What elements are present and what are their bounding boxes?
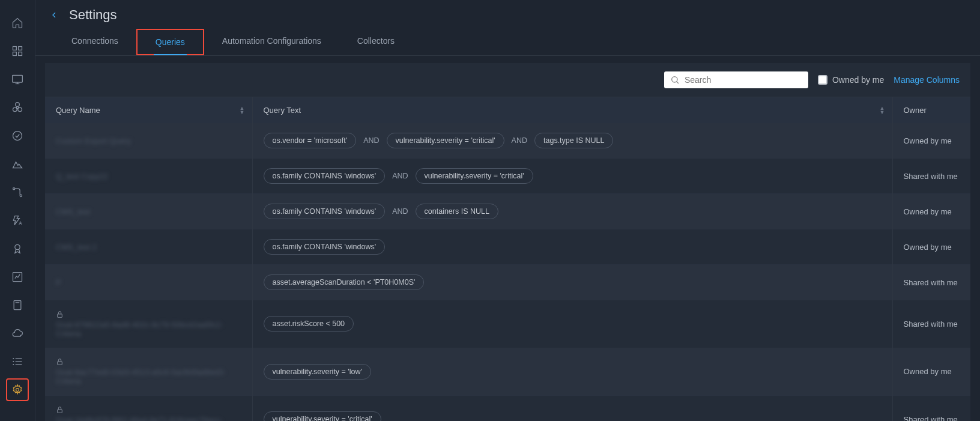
col-header-name[interactable]: Query Name ▲▼: [45, 97, 252, 123]
cell-query-name: P: [45, 265, 252, 300]
back-button[interactable]: [47, 8, 61, 22]
svg-point-30: [13, 364, 14, 365]
cell-query-name: Custom Export Query: [45, 123, 252, 159]
nav-dashboard[interactable]: [0, 37, 35, 65]
cell-query-name: CMS_test 2: [45, 229, 252, 265]
cell-owner: Shared with me: [892, 300, 970, 348]
svg-point-11: [13, 131, 22, 140]
nav-mountain[interactable]: [0, 150, 35, 178]
queries-table: Query Name ▲▼ Query Text ▲▼ Owner Custom…: [45, 97, 970, 421]
query-operator: AND: [391, 207, 409, 216]
svg-point-8: [16, 102, 20, 106]
svg-point-31: [16, 388, 19, 391]
col-header-text[interactable]: Query Text ▲▼: [252, 97, 892, 123]
svg-point-28: [13, 358, 14, 359]
calculator-icon: [11, 299, 23, 311]
svg-point-12: [13, 187, 15, 189]
svg-rect-1: [19, 46, 22, 50]
tab-automation-configurations[interactable]: Automation Configurations: [204, 29, 339, 55]
content-area: Owned by me Manage Columns Query Name ▲▼…: [35, 56, 980, 421]
svg-line-33: [677, 82, 679, 83]
query-condition-pill: tags.type IS NULL: [534, 133, 613, 148]
svg-rect-0: [13, 46, 17, 50]
search-box[interactable]: [664, 71, 808, 88]
cell-query-text: asset.riskScore < 500: [252, 300, 892, 348]
cell-owner: Shared with me: [892, 396, 970, 421]
nav-chart[interactable]: [0, 262, 35, 291]
cell-query-name: CMS_test: [45, 194, 252, 229]
tabs-bar: ConnectionsQueriesAutomation Configurati…: [35, 29, 980, 56]
tab-connections[interactable]: Connections: [53, 29, 136, 55]
table-row[interactable]: CMS_test 2os.family CONTAINS 'windows'Ow…: [45, 229, 970, 265]
svg-rect-34: [58, 314, 62, 317]
nav-monitor[interactable]: [0, 65, 35, 93]
nav-calculator[interactable]: [0, 291, 35, 319]
table-row[interactable]: Custom Export Queryos.vendor = 'microsof…: [45, 123, 970, 159]
nav-biohazard[interactable]: [0, 93, 35, 121]
owned-by-me-checkbox[interactable]: Owned by me: [818, 75, 884, 85]
main-content: Settings ConnectionsQueriesAutomation Co…: [35, 0, 980, 421]
table-row[interactable]: Passet.averageScanDuration < 'PT0H0M0S'S…: [45, 265, 970, 300]
monitor-icon: [11, 73, 23, 85]
cell-query-text: os.family CONTAINS 'windows'ANDcontainer…: [252, 194, 892, 229]
biohazard-icon: [11, 101, 23, 114]
query-condition-pill: vulnerability.severity = 'critical': [264, 411, 381, 421]
lightning-a-icon: A: [11, 214, 23, 226]
svg-text:A: A: [19, 220, 22, 225]
query-pills: os.vendor = 'microsoft'ANDvulnerability.…: [264, 133, 882, 148]
cell-query-name: Q_test Copy22: [45, 159, 252, 194]
nav-badge[interactable]: [0, 234, 35, 262]
query-condition-pill: asset.riskScore < 500: [264, 316, 354, 332]
cell-query-name: Goal-879622a5-8ad6-402c-8c79-50bcd2aa5fc…: [45, 300, 252, 348]
nav-home[interactable]: [0, 8, 35, 37]
svg-rect-3: [19, 52, 22, 55]
svg-point-9: [13, 108, 17, 112]
search-icon: [670, 75, 680, 85]
cell-owner: Owned by me: [892, 123, 970, 159]
tab-queries[interactable]: Queries: [136, 29, 204, 55]
nav-check[interactable]: [0, 121, 35, 150]
chart-icon: [11, 271, 23, 283]
query-condition-pill: vulnerability.severity = 'critical': [416, 168, 533, 184]
badge-icon: [11, 243, 23, 255]
query-pills: asset.riskScore < 500: [264, 316, 882, 332]
cell-query-text: vulnerability.severity = 'low': [252, 348, 892, 396]
query-condition-pill: containers IS NULL: [416, 204, 498, 219]
table-row[interactable]: Q_test Copy22os.family CONTAINS 'windows…: [45, 159, 970, 194]
query-pills: os.family CONTAINS 'windows'ANDcontainer…: [264, 204, 882, 219]
cell-query-name: Goal-1bd8c978-f962-48a4-8e71-816ceec78ac…: [45, 396, 252, 421]
owned-by-me-label: Owned by me: [832, 75, 884, 85]
tab-collectors[interactable]: Collectors: [339, 29, 413, 55]
list-icon: [11, 356, 23, 368]
search-input[interactable]: [685, 75, 802, 85]
col-header-owner[interactable]: Owner: [892, 97, 970, 123]
query-condition-pill: vulnerability.severity = 'low': [264, 364, 371, 380]
home-icon: [11, 17, 23, 29]
lock-icon: [56, 358, 64, 368]
query-name-text: Custom Export Query: [56, 136, 131, 145]
svg-point-13: [20, 195, 22, 196]
table-row[interactable]: Goal-8ac77ed0-03d3-4513-a5c6-5acfb0fad8e…: [45, 348, 970, 396]
nav-settings[interactable]: [0, 375, 35, 404]
nav-cloud[interactable]: [0, 319, 35, 347]
cell-query-name: Goal-8ac77ed0-03d3-4513-a5c6-5acfb0fad8e…: [45, 348, 252, 396]
query-condition-pill: asset.averageScanDuration < 'PT0H0M0S': [264, 274, 425, 290]
manage-columns-link[interactable]: Manage Columns: [894, 75, 960, 85]
query-name-text: Goal-1bd8c978-f962-48a4-8e71-816ceec78ac…: [56, 416, 241, 421]
cell-query-text: os.family CONTAINS 'windows'ANDvulnerabi…: [252, 159, 892, 194]
query-operator: AND: [510, 136, 528, 145]
nav-list[interactable]: [0, 347, 35, 375]
table-row[interactable]: CMS_testos.family CONTAINS 'windows'ANDc…: [45, 194, 970, 229]
query-condition-pill: os.family CONTAINS 'windows': [264, 239, 386, 255]
svg-rect-17: [14, 300, 21, 309]
nav-flow[interactable]: [0, 178, 35, 206]
query-name-text: Q_test Copy22: [56, 172, 108, 181]
query-operator: AND: [362, 136, 380, 145]
query-pills: vulnerability.severity = 'low': [264, 364, 882, 380]
nav-automation[interactable]: A: [0, 206, 35, 234]
table-row[interactable]: Goal-1bd8c978-f962-48a4-8e71-816ceec78ac…: [45, 396, 970, 421]
sort-icon: ▲▼: [240, 106, 245, 115]
cell-owner: Shared with me: [892, 265, 970, 300]
table-row[interactable]: Goal-879622a5-8ad6-402c-8c79-50bcd2aa5fc…: [45, 300, 970, 348]
query-name-text: P: [56, 278, 61, 287]
